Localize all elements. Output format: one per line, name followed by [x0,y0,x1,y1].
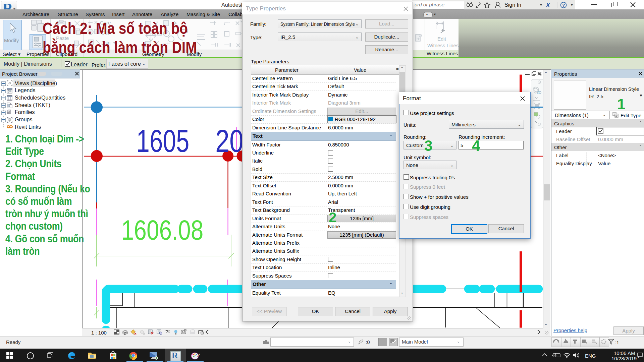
svg-text:1606.08: 1606.08 [121,214,204,246]
svg-text:1605: 1605 [137,123,190,159]
svg-text::1: :1 [615,340,619,345]
svg-text:20: 20 [215,123,244,159]
svg-text:2D: 2D [537,90,541,95]
